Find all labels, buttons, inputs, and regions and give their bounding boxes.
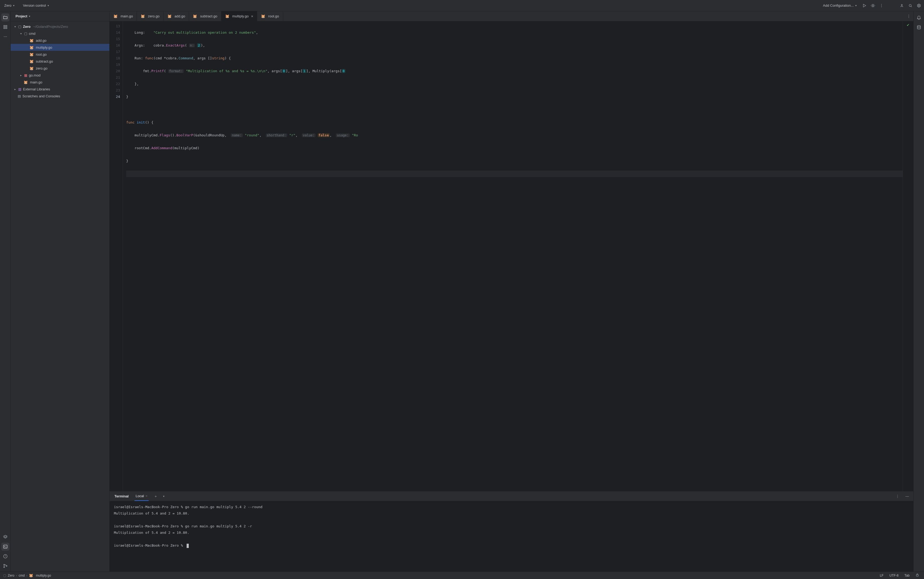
line-gutter: 131415161718192021222324 [109,21,123,491]
chevron-right-icon: ▸ [13,88,16,91]
structure-tool-icon[interactable] [1,23,9,31]
editor-pane: 131415161718192021222324 Long: "Carry ou… [109,21,913,491]
folder-icon: ▢ [18,25,22,29]
terminal-tabs: Terminal Local × ＋ ▾ — [109,492,913,501]
code-with-me-icon[interactable] [900,3,904,8]
status-line-sep[interactable]: LF [878,574,885,577]
problems-icon[interactable] [1,552,9,560]
tab-label: zero.go [148,14,159,18]
editor-tabs: 🐹main.go 🐹zero.go 🐹add.go 🐹subtract.go 🐹… [109,11,913,21]
tree-file-add[interactable]: 🐹 add.go [11,37,109,44]
version-control-menu[interactable]: Version control ▾ [21,2,51,8]
add-terminal-icon[interactable]: ＋ [153,494,158,499]
svg-point-13 [6,36,7,37]
terminal-more-icon[interactable] [895,494,900,499]
minimize-icon[interactable]: — [905,494,909,499]
tab-multiply[interactable]: 🐹multiply.go× [221,11,257,21]
svg-point-12 [5,36,5,37]
chevron-down-icon[interactable]: ▾ [163,495,165,498]
project-tool-icon[interactable] [1,13,9,21]
services-icon[interactable] [1,533,9,541]
tree-file-label: main.go [30,80,42,84]
search-icon[interactable] [908,3,913,8]
library-icon: ▥ [18,87,22,91]
go-file-icon: 🐹 [261,14,265,18]
tab-root[interactable]: 🐹root.go [257,11,283,21]
debug-icon[interactable] [870,3,875,8]
svg-rect-9 [4,28,5,29]
tree-gomod[interactable]: ▸ ▦ go.mod [11,72,109,79]
tree-folder-cmd[interactable]: ▾ ▢ cmd [11,30,109,37]
tree-file-multiply[interactable]: 🐹 multiply.go [11,44,109,51]
settings-icon[interactable] [916,3,921,8]
tree-root[interactable]: ▾ ▢ Zero ~/GolandProjects/Zero [11,23,109,30]
project-menu-label: Zero [4,3,11,8]
chevron-down-icon[interactable]: ▾ [29,15,30,18]
chevron-right-icon: ▸ [19,74,23,77]
code-editor[interactable]: Long: "Carry out multiplication operatio… [123,21,903,491]
tree-root-name: Zero [23,25,31,29]
tab-more-icon[interactable] [906,14,911,19]
notifications-icon[interactable] [915,13,923,21]
tab-subtract[interactable]: 🐹subtract.go [189,11,221,21]
terminal-tool-icon[interactable] [1,543,9,551]
term-line: israel@Israels-MacBook-Pro Zero % go run… [114,524,252,528]
tree-file-subtract[interactable]: 🐹 subtract.go [11,58,109,65]
terminal-tab-local[interactable]: Local × [134,492,149,501]
crumb-root: Zero [8,574,15,577]
tab-add[interactable]: 🐹add.go [163,11,189,21]
term-line: israel@Israels-MacBook-Pro Zero % go run… [114,505,263,509]
tree-file-label: zero.go [36,66,47,70]
more-icon[interactable] [879,3,884,8]
tree-file-label: subtract.go [36,59,53,64]
tree-file-label: add.go [36,39,47,43]
go-file-icon: 🐹 [23,80,28,84]
terminal-body[interactable]: israel@Israels-MacBook-Pro Zero % go run… [109,501,913,571]
chevron-right-icon: › [26,574,27,577]
svg-point-4 [901,4,902,5]
tab-main[interactable]: 🐹main.go [109,11,137,21]
tree-external-libs[interactable]: ▸ ▥ External Libraries [11,85,109,93]
check-icon[interactable]: ✔ [907,23,909,27]
svg-rect-10 [6,28,7,29]
close-icon[interactable]: × [145,494,148,498]
tree-main-go[interactable]: 🐹 main.go [11,79,109,85]
project-sidebar: Project ▾ ▾ ▢ Zero ~/GolandProjects/Zero… [11,11,109,571]
more-tool-icon[interactable] [1,33,9,41]
go-file-icon: 🐹 [29,573,33,577]
status-bar: ▢ Zero › cmd › 🐹 multiply.go LF UTF-8 Ta… [0,571,924,579]
go-file-icon: 🐹 [29,39,34,43]
go-file-icon: 🐹 [29,46,34,49]
run-config-dropdown[interactable]: Add Configuration... ▾ [821,2,858,8]
svg-rect-21 [3,545,7,548]
status-encoding[interactable]: UTF-8 [888,574,900,577]
database-icon[interactable] [915,23,923,31]
svg-point-20 [917,26,921,27]
svg-point-24 [4,567,5,568]
tree-label: Scratches and Consoles [23,94,60,98]
go-file-icon: 🐹 [140,14,145,18]
left-tool-rail [0,11,11,571]
svg-point-14 [908,15,909,15]
readonly-lock-icon[interactable] [914,573,921,578]
git-icon[interactable] [1,562,9,570]
svg-rect-8 [6,25,7,27]
crumb-folder: cmd [19,574,25,577]
svg-point-15 [908,16,909,16]
editor-right-gutter: ✔ [903,21,913,491]
svg-point-1 [881,4,882,5]
svg-point-19 [897,497,898,498]
tree-file-root[interactable]: 🐹 root.go [11,51,109,58]
svg-point-3 [881,7,882,7]
run-icon[interactable] [862,3,867,8]
vcs-label: Version control [23,3,46,8]
svg-point-18 [897,496,898,497]
project-menu[interactable]: Zero ▾ [3,2,16,8]
project-tree: ▾ ▢ Zero ~/GolandProjects/Zero ▾ ▢ cmd 🐹… [11,21,109,571]
close-icon[interactable]: × [251,14,253,18]
status-indent[interactable]: Tab [903,574,911,577]
tree-file-zero[interactable]: 🐹 zero.go [11,65,109,72]
tree-scratches[interactable]: ▤ Scratches and Consoles [11,93,109,100]
breadcrumbs[interactable]: ▢ Zero › cmd › 🐹 multiply.go [3,573,51,577]
tab-zero[interactable]: 🐹zero.go [137,11,163,21]
